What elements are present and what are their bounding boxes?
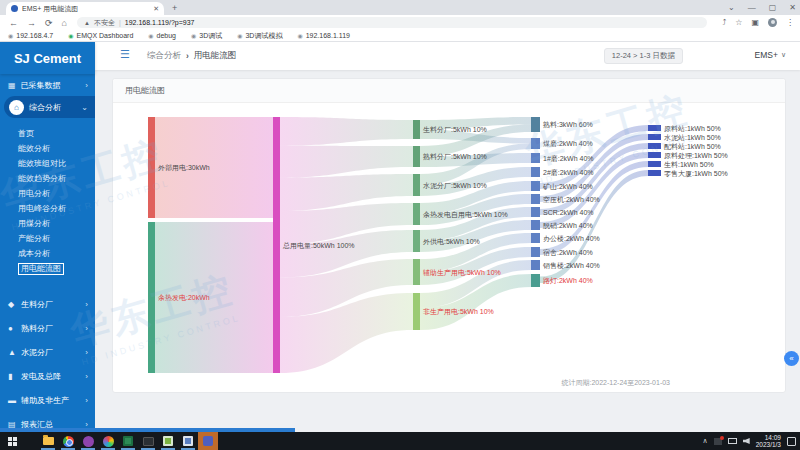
sankey-node[interactable]: [531, 167, 540, 177]
bookmark-item[interactable]: ◉debug: [148, 32, 176, 39]
sankey-node[interactable]: [648, 134, 661, 140]
hamburger-icon[interactable]: ☰: [120, 48, 130, 61]
date-range-selector[interactable]: 12-24 > 1-3 日数据: [604, 48, 683, 64]
window-maximize-button[interactable]: ▢: [769, 3, 777, 12]
sidebar-subitem-energy-flow-active[interactable]: 用电能流图: [0, 261, 95, 276]
sidebar-subitem-home[interactable]: 首页: [0, 126, 95, 141]
sidebar-item-power-gen[interactable]: ▮发电及总降›: [0, 364, 95, 388]
sidebar-item-cement-plant[interactable]: ▲水泥分厂›: [0, 340, 95, 364]
bookmark-item[interactable]: ◉192.168.1.119: [297, 32, 350, 39]
sankey-node[interactable]: [531, 194, 540, 204]
sankey-node[interactable]: [413, 174, 420, 196]
start-button[interactable]: [0, 432, 24, 450]
sankey-node-label: 非生产用电:5kWh 10%: [423, 308, 494, 316]
tray-display-icon[interactable]: [728, 438, 737, 444]
tray-app-badge-icon[interactable]: [714, 438, 722, 445]
tray-volume-icon[interactable]: [743, 438, 750, 444]
terminal-icon[interactable]: [138, 432, 158, 450]
sankey-link[interactable]: [540, 152, 648, 228]
viewer-app-icon[interactable]: [98, 432, 118, 450]
share-icon[interactable]: ⤴: [722, 18, 726, 27]
sankey-node[interactable]: [531, 181, 540, 191]
sankey-node[interactable]: [531, 274, 540, 287]
sidebar-subitem-trend[interactable]: 能效趋势分析: [0, 171, 95, 186]
sankey-node[interactable]: [531, 153, 540, 163]
url-omnibox[interactable]: ▲ 不安全 | 192.168.1.119/?p=937: [77, 17, 707, 28]
document-app-icon[interactable]: [178, 432, 198, 450]
tab-close-icon[interactable]: ✕: [153, 5, 159, 13]
user-menu[interactable]: EMS+ ∨: [754, 50, 786, 60]
excel-icon[interactable]: [118, 432, 138, 450]
sankey-node[interactable]: [648, 143, 661, 149]
sidebar-subitem-peak-valley[interactable]: 用电峰谷分析: [0, 201, 95, 216]
sankey-node[interactable]: [531, 247, 540, 257]
sankey-node[interactable]: [648, 125, 661, 131]
bookmark-item[interactable]: ◉3D调试: [191, 31, 222, 41]
sankey-node[interactable]: [531, 207, 540, 217]
side-panel-icon[interactable]: ▣: [751, 18, 759, 27]
sankey-node[interactable]: [413, 293, 420, 330]
back-icon[interactable]: ←: [9, 18, 18, 28]
sankey-node[interactable]: [273, 117, 280, 373]
sankey-node[interactable]: [413, 259, 420, 285]
reload-icon[interactable]: ⟳: [45, 18, 53, 28]
action-center-icon[interactable]: [787, 437, 796, 446]
tab-search-icon[interactable]: ⌄: [728, 3, 735, 12]
sankey-node[interactable]: [648, 152, 661, 158]
sankey-link[interactable]: [280, 146, 413, 178]
sidebar-item-clinker-plant[interactable]: ●熟料分厂›: [0, 316, 95, 340]
window-close-button[interactable]: ✕: [789, 3, 796, 12]
bookmark-item[interactable]: ◉EMQX Dashboard: [68, 32, 133, 39]
sankey-node[interactable]: [531, 117, 540, 132]
sankey-node-label: 辅助生产用电:5kWh 10%: [423, 269, 501, 277]
sankey-node[interactable]: [413, 203, 420, 225]
windows-taskbar: ∧ 14:09 2023/1/3: [0, 432, 800, 450]
bookmark-item[interactable]: ◉3D调试模拟: [237, 31, 282, 41]
bookmark-star-icon[interactable]: ☆: [735, 18, 742, 27]
sankey-node[interactable]: [531, 220, 540, 230]
sankey-node[interactable]: [148, 222, 155, 373]
sidebar-item-collected-data[interactable]: ▦ 已采集数据 ›: [0, 76, 95, 94]
chevron-right-icon: ›: [85, 372, 88, 381]
sankey-svg[interactable]: 外部用电:30kWh余热发电:20kWh总用电量:50kWh 100%生料分厂:…: [136, 108, 776, 378]
sidebar-subitem-team-compare[interactable]: 能效班组对比: [0, 156, 95, 171]
sankey-node[interactable]: [413, 230, 420, 252]
new-tab-button[interactable]: +: [172, 3, 177, 13]
sidebar-subitem-efficiency[interactable]: 能效分析: [0, 141, 95, 156]
collapse-float-button[interactable]: «: [784, 351, 799, 366]
sankey-node-label: 零售大厦:1kWh 50%: [664, 170, 728, 178]
chrome-icon[interactable]: [58, 432, 78, 450]
notepad-icon[interactable]: [158, 432, 178, 450]
cement-plant-icon: ▲: [8, 348, 18, 357]
sidebar-item-auxiliary[interactable]: ▬辅助及非生产›: [0, 388, 95, 412]
sankey-node[interactable]: [413, 120, 420, 139]
sidebar-subitem-coal[interactable]: 用煤分析: [0, 216, 95, 231]
sidebar-item-raw-plant[interactable]: ◆生料分厂›: [0, 292, 95, 316]
raw-plant-icon: ◆: [8, 300, 18, 309]
media-app-icon[interactable]: [78, 432, 98, 450]
tray-expand-icon[interactable]: ∧: [703, 437, 708, 445]
sankey-link[interactable]: [280, 117, 413, 146]
teams-icon-active[interactable]: [198, 432, 218, 450]
sankey-node[interactable]: [531, 138, 540, 149]
forward-icon[interactable]: →: [27, 18, 36, 28]
sankey-node[interactable]: [648, 170, 661, 176]
sidebar-subitem-capacity[interactable]: 产能分析: [0, 231, 95, 246]
sidebar-subitem-power[interactable]: 用电分析: [0, 186, 95, 201]
home-icon[interactable]: ⌂: [62, 18, 67, 28]
sidebar-subitem-cost[interactable]: 成本分析: [0, 246, 95, 261]
profile-avatar[interactable]: [768, 18, 777, 27]
sankey-node-label: 水泥分厂:5kWh 10%: [423, 182, 487, 190]
sankey-node[interactable]: [648, 161, 661, 167]
file-explorer-icon[interactable]: [38, 432, 58, 450]
sankey-node[interactable]: [531, 260, 540, 270]
sidebar-item-analysis[interactable]: ⌂ 综合分析 ⌄: [4, 96, 95, 118]
sankey-node[interactable]: [413, 146, 420, 167]
browser-tab[interactable]: EMS+ 用电能流图 ✕: [6, 2, 164, 15]
sankey-node[interactable]: [531, 233, 540, 243]
window-minimize-button[interactable]: —: [748, 3, 756, 12]
sankey-node[interactable]: [148, 117, 155, 218]
browser-menu-icon[interactable]: ⋮: [786, 18, 794, 27]
taskbar-clock[interactable]: 14:09 2023/1/3: [756, 434, 781, 448]
bookmark-item[interactable]: ◉192.168.4.7: [8, 32, 53, 39]
